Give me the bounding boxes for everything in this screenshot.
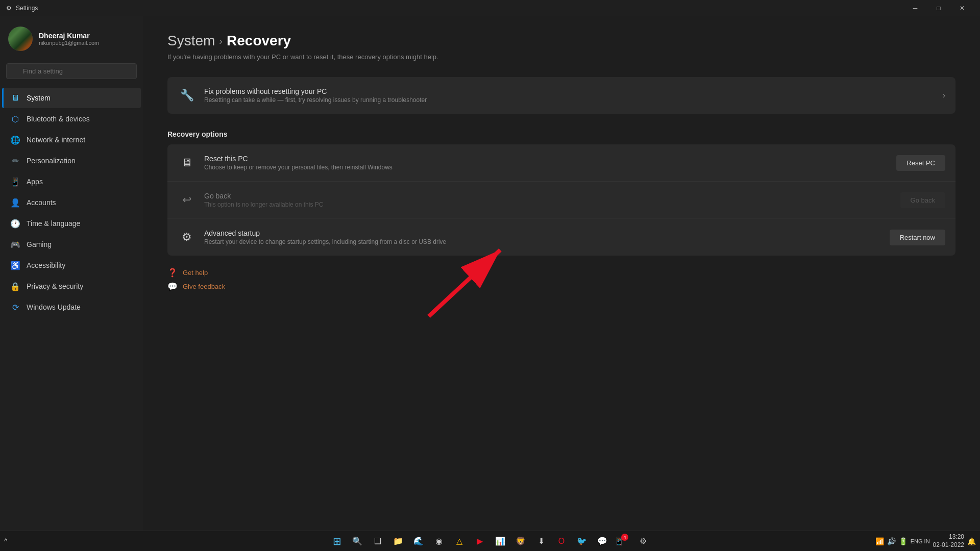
go-back-desc: This option is no longer available on th… [204, 201, 892, 208]
opera-icon: O [558, 537, 565, 546]
sidebar-item-gaming[interactable]: 🎮 Gaming [2, 234, 141, 255]
recovery-options-card: 🖥 Reset this PC Choose to keep or remove… [167, 144, 955, 256]
notification-center-icon[interactable]: 🔔 [967, 537, 976, 545]
show-hidden-icon[interactable]: ^ [4, 537, 8, 545]
youtube-icon: ▶ [477, 536, 483, 546]
reset-pc-icon: 🖥 [178, 154, 196, 172]
main-content: System › Recovery If you're having probl… [143, 16, 980, 531]
opera-button[interactable]: O [552, 532, 571, 550]
user-section[interactable]: Dheeraj Kumar nikunpubg1@gmail.com [0, 16, 143, 59]
personalization-icon: ✏ [10, 156, 20, 166]
get-help-link[interactable]: ❓ Get help [167, 268, 955, 278]
sidebar-item-label-system: System [27, 94, 51, 102]
twitter-button[interactable]: 🐦 [573, 532, 591, 550]
go-back-button: Go back [900, 192, 945, 208]
sidebar-item-privacy[interactable]: 🔒 Privacy & security [2, 276, 141, 296]
notification-badge: 4 [621, 534, 628, 541]
sidebar-item-personalization[interactable]: ✏ Personalization [2, 151, 141, 171]
sheets-button[interactable]: 📊 [491, 532, 509, 550]
wifi-icon: 📶 [875, 537, 884, 545]
sidebar-item-apps[interactable]: 📱 Apps [2, 171, 141, 192]
messages-icon: 💬 [597, 536, 607, 546]
breadcrumb: System › Recovery [167, 33, 955, 49]
chrome-button[interactable]: ◉ [430, 532, 448, 550]
titlebar: ⚙ Settings ─ □ ✕ [0, 0, 980, 16]
sidebar-item-accounts[interactable]: 👤 Accounts [2, 192, 141, 213]
page-description: If you're having problems with your PC o… [167, 53, 955, 61]
close-button[interactable]: ✕ [950, 0, 974, 16]
task-view-icon: ❑ [374, 536, 381, 546]
twitter-icon: 🐦 [577, 536, 587, 546]
user-email: nikunpubg1@gmail.com [39, 40, 99, 46]
fix-problems-item[interactable]: 🔧 Fix problems without resetting your PC… [167, 77, 955, 114]
advanced-startup-row: ⚙ Advanced startup Restart your device t… [167, 219, 955, 256]
sheets-icon: 📊 [495, 536, 505, 546]
sidebar-item-time[interactable]: 🕐 Time & language [2, 213, 141, 234]
taskbar-center: ⊞ 🔍 ❑ 📁 🌊 ◉ △ ▶ 📊 🦁 ⬇ [328, 532, 652, 550]
settings-icon: ⚙ [6, 5, 12, 12]
file-explorer-icon: 📁 [393, 536, 403, 546]
nav-items: 🖥 System ⬡ Bluetooth & devices 🌐 Network… [0, 85, 143, 531]
go-back-icon: ↩ [178, 191, 196, 209]
accessibility-icon: ♿ [10, 260, 20, 270]
edge-button[interactable]: 🌊 [409, 532, 428, 550]
volume-icon: 🔊 [887, 537, 896, 545]
time-display: 13:20 02-01-2022 [933, 533, 964, 549]
sidebar-item-label-update: Windows Update [27, 303, 81, 311]
sidebar-item-label-gaming: Gaming [27, 240, 52, 248]
file-explorer-button[interactable]: 📁 [389, 532, 407, 550]
fix-problems-desc: Resetting can take a while — first, try … [204, 96, 935, 104]
drive-button[interactable]: △ [450, 532, 469, 550]
apps-icon: 📱 [10, 177, 20, 187]
app-container: Dheeraj Kumar nikunpubg1@gmail.com 🔍 🖥 S… [0, 16, 980, 531]
privacy-icon: 🔒 [10, 281, 20, 291]
minimize-button[interactable]: ─ [903, 0, 927, 16]
sys-tray: 📶 🔊 🔋 ENG IN 13:20 02-01-2022 🔔 [875, 533, 976, 549]
task-view-button[interactable]: ❑ [369, 532, 387, 550]
whatsapp-button[interactable]: 📱 4 [614, 532, 632, 550]
reset-pc-title: Reset this PC [204, 155, 888, 163]
restart-now-button[interactable]: Restart now [890, 230, 945, 245]
battery-icon: 🔋 [899, 537, 908, 545]
avatar [8, 27, 33, 51]
start-button[interactable]: ⊞ [328, 532, 346, 550]
messages-button[interactable]: 💬 [593, 532, 611, 550]
search-taskbar-button[interactable]: 🔍 [348, 532, 366, 550]
accounts-icon: 👤 [10, 197, 20, 208]
sidebar-item-network[interactable]: 🌐 Network & internet [2, 130, 141, 150]
network-icon: 🌐 [10, 135, 20, 145]
search-container[interactable]: 🔍 [0, 59, 143, 85]
reset-pc-button[interactable]: Reset PC [896, 155, 945, 171]
give-feedback-icon: 💬 [167, 282, 178, 291]
start-icon: ⊞ [333, 535, 341, 547]
sidebar-item-accessibility[interactable]: ♿ Accessibility [2, 255, 141, 276]
give-feedback-link[interactable]: 💬 Give feedback [167, 282, 955, 291]
brave-icon: 🦁 [516, 536, 526, 546]
settings-taskbar-button[interactable]: ⚙ [634, 532, 652, 550]
sidebar-item-update[interactable]: ⟳ Windows Update [2, 297, 141, 317]
advanced-startup-icon: ⚙ [178, 228, 196, 246]
avatar-image [8, 27, 33, 51]
fix-problems-card[interactable]: 🔧 Fix problems without resetting your PC… [167, 77, 955, 114]
bittorrent-button[interactable]: ⬇ [532, 532, 550, 550]
fix-problems-title: Fix problems without resetting your PC [204, 87, 935, 95]
reset-pc-desc: Choose to keep or remove your personal f… [204, 164, 888, 171]
taskbar-left: ^ [4, 537, 8, 545]
reset-pc-row: 🖥 Reset this PC Choose to keep or remove… [167, 144, 955, 182]
get-help-label: Get help [183, 269, 208, 277]
maximize-button[interactable]: □ [927, 0, 950, 16]
search-input[interactable] [6, 63, 137, 79]
youtube-button[interactable]: ▶ [471, 532, 489, 550]
titlebar-title: Settings [16, 5, 38, 12]
sidebar-item-system[interactable]: 🖥 System [2, 88, 141, 108]
lang-indicator: ENG IN [911, 538, 930, 544]
sidebar-item-bluetooth[interactable]: ⬡ Bluetooth & devices [2, 109, 141, 129]
date-text: 02-01-2022 [933, 541, 964, 549]
breadcrumb-parent[interactable]: System [167, 33, 215, 49]
give-feedback-label: Give feedback [183, 283, 225, 290]
fix-problems-icon: 🔧 [178, 86, 196, 105]
fix-problems-action: › [943, 91, 945, 100]
brave-button[interactable]: 🦁 [511, 532, 530, 550]
settings-taskbar-icon: ⚙ [640, 536, 647, 546]
bittorrent-icon: ⬇ [538, 536, 545, 546]
